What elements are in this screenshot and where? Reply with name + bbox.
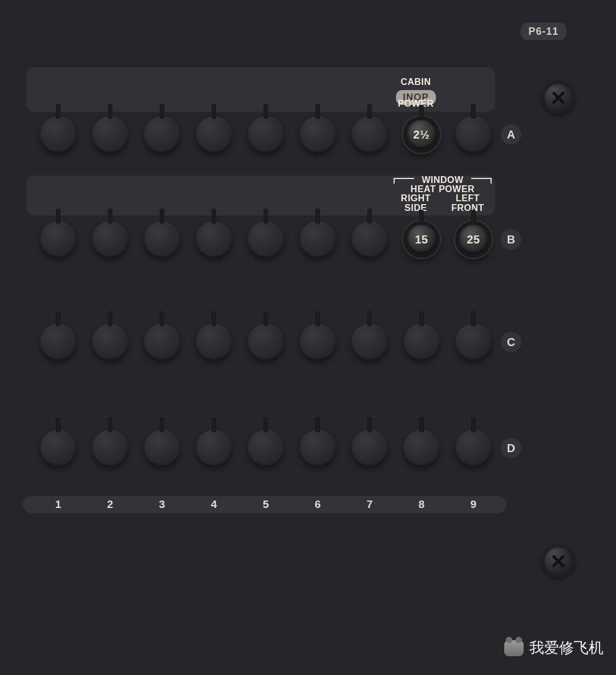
breaker-A-8[interactable]: 2½ — [403, 116, 440, 153]
column-number-7: 7 — [367, 498, 373, 511]
breaker-C-8[interactable] — [403, 324, 440, 360]
breaker-C-9[interactable] — [455, 324, 492, 360]
column-number-2: 2 — [107, 498, 114, 511]
breaker-B-8[interactable]: 15 — [403, 221, 440, 258]
row-b: 1525 — [26, 221, 495, 261]
breaker-value: 2½ — [414, 128, 430, 141]
breaker-B-9[interactable]: 25 — [455, 221, 492, 258]
breaker-B-3[interactable] — [144, 221, 180, 258]
breaker-B-7[interactable] — [351, 221, 388, 258]
breaker-D-8[interactable] — [403, 430, 440, 466]
breaker-B-6[interactable] — [299, 221, 336, 258]
row-b-col9-line2: FRONT — [451, 203, 484, 213]
row-b-col9-label: LEFT FRONT — [442, 194, 493, 213]
breaker-A-1[interactable] — [40, 116, 76, 153]
column-number-bar: 123456789 — [23, 496, 506, 513]
row-b-label-bar: WINDOW HEAT POWER RIGHT SIDE LEFT FRONT — [26, 176, 495, 215]
watermark-text: 我爱修飞机 — [529, 638, 603, 658]
column-number-4: 4 — [211, 498, 217, 511]
row-a-col8-label-upper: CABIN — [390, 78, 441, 87]
breaker-D-7[interactable] — [351, 430, 388, 466]
breaker-C-4[interactable] — [196, 324, 232, 360]
breaker-C-6[interactable] — [299, 324, 336, 360]
breaker-A-4[interactable] — [196, 116, 232, 153]
column-number-8: 8 — [419, 498, 425, 511]
breaker-A-7[interactable] — [351, 116, 388, 153]
breaker-D-5[interactable] — [248, 430, 284, 466]
breaker-B-4[interactable] — [196, 221, 232, 258]
screw-icon — [542, 81, 575, 114]
column-number-9: 9 — [471, 498, 477, 511]
column-number-5: 5 — [263, 498, 269, 511]
breaker-B-2[interactable] — [92, 221, 128, 258]
row-d — [26, 430, 495, 470]
breaker-D-4[interactable] — [196, 430, 232, 466]
breaker-B-1[interactable] — [40, 221, 76, 258]
column-number-1: 1 — [55, 498, 62, 511]
breaker-C-2[interactable] — [92, 324, 128, 360]
row-c — [26, 324, 495, 364]
breaker-C-7[interactable] — [351, 324, 388, 360]
row-a-col8-label-lower: POWER — [390, 99, 441, 109]
breaker-A-3[interactable] — [144, 116, 180, 153]
breaker-D-3[interactable] — [144, 430, 180, 466]
breaker-A-6[interactable] — [299, 116, 336, 153]
row-letter-b: B — [501, 229, 521, 250]
column-number-3: 3 — [159, 498, 165, 511]
breaker-C-5[interactable] — [248, 324, 284, 360]
row-b-col8-label: RIGHT SIDE — [390, 194, 441, 213]
row-b-col9-line1: LEFT — [456, 193, 480, 203]
breaker-value: 15 — [415, 233, 428, 246]
row-a-label-bar: CABIN INOP POWER — [26, 67, 495, 112]
row-letter-a: A — [501, 124, 521, 145]
wechat-icon — [504, 640, 524, 656]
breaker-C-3[interactable] — [144, 324, 180, 360]
breaker-A-5[interactable] — [248, 116, 284, 153]
panel-id-badge: P6-11 — [520, 23, 566, 40]
breaker-B-5[interactable] — [248, 221, 284, 258]
row-letter-c: C — [501, 332, 521, 352]
breaker-C-1[interactable] — [40, 324, 76, 360]
breaker-A-9[interactable] — [455, 116, 492, 153]
breaker-value: 25 — [467, 233, 480, 246]
row-letter-d: D — [501, 438, 521, 458]
breaker-D-2[interactable] — [92, 430, 128, 466]
watermark: 我爱修飞机 — [504, 638, 603, 658]
breaker-D-1[interactable] — [40, 430, 76, 466]
row-a: 2½ — [26, 116, 495, 156]
breaker-D-6[interactable] — [299, 430, 336, 466]
row-b-col8-line1: RIGHT — [401, 193, 431, 203]
screw-icon — [542, 544, 575, 578]
column-number-6: 6 — [315, 498, 321, 511]
breaker-D-9[interactable] — [455, 430, 492, 466]
breaker-A-2[interactable] — [92, 116, 128, 153]
